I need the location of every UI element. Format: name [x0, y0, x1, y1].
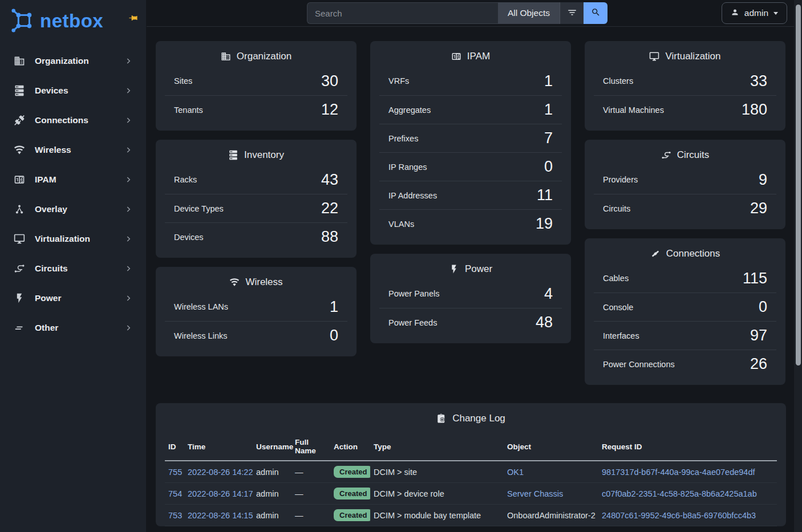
fullname-cell: —: [291, 461, 330, 483]
stat-value-link[interactable]: 26: [750, 356, 767, 372]
change-id-link[interactable]: 753: [168, 511, 182, 520]
stat-value-link[interactable]: 97: [750, 328, 767, 343]
col-header-object: Object: [504, 432, 598, 461]
stat-row: Power Panels 4: [379, 279, 562, 308]
stat-value-link[interactable]: 4: [544, 286, 553, 302]
chevron-right-icon: [124, 116, 132, 124]
request-id-link[interactable]: 24807c61-9952-49c6-b8a5-69760bfcc4b3: [602, 511, 756, 520]
bolt-icon: [449, 264, 459, 274]
stat-value-link[interactable]: 115: [743, 271, 767, 286]
dashboard-column-1: Organization Sites 30 Tenants 12 Invento…: [156, 41, 357, 366]
chevron-right-icon: [124, 324, 132, 332]
stat-row: Sites 30: [165, 67, 347, 95]
stat-value-link[interactable]: 88: [321, 229, 338, 245]
search-input[interactable]: [307, 2, 498, 24]
type-cell: DCIM > module bay template: [370, 505, 504, 526]
sidebar-item-other[interactable]: Other: [0, 313, 146, 343]
change-time-link[interactable]: 2022-08-26 14:17: [188, 489, 253, 498]
sidebar-item-organization[interactable]: Organization: [0, 46, 146, 76]
request-id-link[interactable]: c07f0ab2-2351-4c58-825a-8b6a2425a1ab: [602, 489, 757, 498]
card-title-text: Power: [465, 263, 492, 275]
stat-label: Wireless Links: [174, 331, 227, 340]
sidebar-item-label: Virtualization: [35, 234, 124, 244]
chevron-right-icon: [124, 87, 132, 95]
stat-value-link[interactable]: 29: [750, 201, 767, 216]
card-title-text: Organization: [237, 51, 291, 62]
server-icon: [14, 85, 25, 96]
sidebar-item-power[interactable]: Power: [0, 283, 146, 313]
stat-value-link[interactable]: 43: [321, 172, 338, 188]
power-card-title: Power: [370, 261, 571, 279]
change-id-link[interactable]: 755: [168, 468, 182, 477]
request-id-link[interactable]: 9817317d-b67f-440a-99ca-4ae07ede94df: [602, 468, 755, 477]
chevron-right-icon: [124, 294, 132, 302]
ipam-card: IPAM VRFs 1 Aggregates 1 Prefixes 7 IP R…: [370, 41, 571, 245]
connections-card: Connections Cables 115 Console 0 Interfa…: [585, 238, 785, 385]
card-title-text: Wireless: [245, 277, 282, 288]
stat-value-link[interactable]: 7: [544, 131, 553, 146]
filter-button[interactable]: [560, 2, 584, 24]
organization-card: Organization Sites 30 Tenants 12: [156, 41, 357, 131]
stat-value-link[interactable]: 9: [759, 172, 767, 188]
dashboard-column-2: IPAM VRFs 1 Aggregates 1 Prefixes 7 IP R…: [370, 41, 571, 352]
stat-row: Tenants 12: [165, 95, 347, 124]
sidebar-item-devices[interactable]: Devices: [0, 76, 146, 105]
type-cell: DCIM > site: [370, 461, 504, 483]
stat-value-link[interactable]: 180: [742, 102, 767, 117]
stat-row: Clusters 33: [594, 67, 776, 95]
col-header-requestid: Request ID: [598, 432, 777, 461]
stat-value-link[interactable]: 0: [330, 328, 338, 343]
user-menu-button[interactable]: admin: [722, 2, 787, 24]
object-type-dropdown[interactable]: All Objects: [498, 2, 560, 24]
stat-value-link[interactable]: 22: [321, 201, 338, 216]
sidebar-item-label: Devices: [35, 86, 124, 96]
stat-value-link[interactable]: 11: [537, 188, 553, 203]
sidebar-item-overlay[interactable]: Overlay: [0, 194, 146, 224]
search-icon: [591, 7, 601, 19]
stat-row: Providers 9: [594, 165, 776, 194]
stat-value-link[interactable]: 1: [544, 74, 553, 89]
stat-row: Devices 88: [165, 222, 347, 251]
stat-row: IP Addresses 11: [379, 181, 562, 209]
object-link[interactable]: Server Chassis: [507, 489, 563, 498]
object-cell: OnboardAdministrator-2: [504, 505, 598, 526]
card-title-text: Virtualization: [665, 51, 720, 62]
netbox-logo[interactable]: netbox: [9, 8, 103, 33]
stat-value-link[interactable]: 12: [321, 102, 338, 117]
stat-value-link[interactable]: 0: [544, 159, 553, 174]
change-time-link[interactable]: 2022-08-26 14:15: [188, 511, 253, 520]
stat-value-link[interactable]: 0: [759, 299, 767, 315]
stat-label: VRFs: [388, 76, 409, 86]
wifi-icon: [229, 277, 240, 287]
object-link[interactable]: OK1: [507, 468, 524, 477]
stat-value-link[interactable]: 1: [544, 102, 553, 117]
change-id-link[interactable]: 754: [168, 489, 182, 498]
stat-value-link[interactable]: 33: [750, 74, 767, 89]
search-button[interactable]: [584, 2, 607, 24]
ipam-card-title: IPAM: [370, 48, 571, 67]
stat-value-link[interactable]: 19: [536, 216, 553, 232]
stat-row: Wireless LANs 1: [165, 293, 347, 321]
sidebar-item-wireless[interactable]: Wireless: [0, 135, 146, 165]
card-title-text: IPAM: [467, 51, 490, 62]
stat-row: Aggregates 1: [379, 95, 562, 124]
stat-value-link[interactable]: 48: [536, 315, 553, 330]
sidebar-item-label: Other: [35, 323, 124, 333]
action-badge: Created: [334, 488, 370, 499]
clipboard-clock-icon: [436, 413, 447, 424]
stat-row: Power Connections 26: [594, 350, 776, 378]
stat-value-link[interactable]: 30: [321, 74, 338, 89]
change-time-link[interactable]: 2022-08-26 14:22: [188, 468, 253, 477]
sidebar-item-connections[interactable]: Connections: [0, 105, 146, 135]
scrollbar-track[interactable]: [794, 0, 802, 532]
stat-value-link[interactable]: 1: [330, 299, 338, 315]
sidebar-item-circuits[interactable]: Circuits: [0, 254, 146, 283]
scrollbar-thumb[interactable]: [796, 5, 801, 366]
sidebar-item-label: Overlay: [35, 204, 124, 214]
sidebar-item-label: Connections: [35, 115, 124, 125]
stat-label: Power Panels: [388, 289, 439, 298]
sidebar-item-virtualization[interactable]: Virtualization: [0, 224, 146, 254]
monitor-icon: [14, 233, 25, 245]
pin-sidebar-icon[interactable]: [128, 13, 138, 25]
sidebar-item-ipam[interactable]: IPAM: [0, 165, 146, 194]
